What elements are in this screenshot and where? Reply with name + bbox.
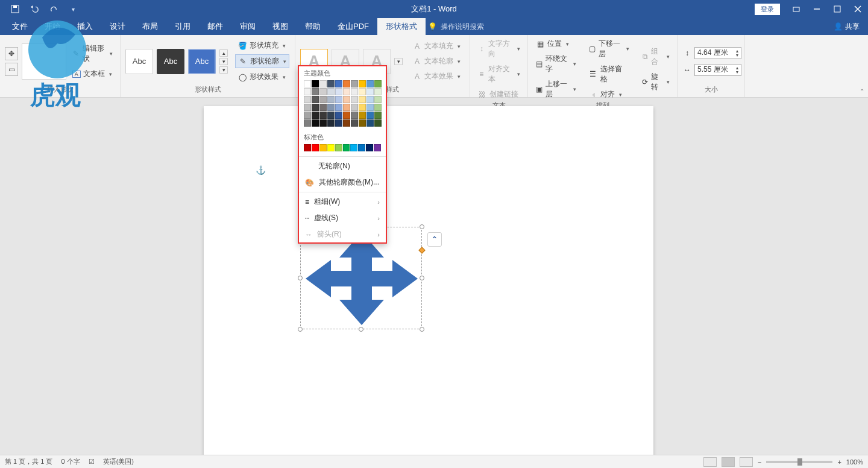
shape-effects-button[interactable]: ◯形状效果▾ bbox=[235, 71, 289, 83]
color-swatch[interactable] bbox=[366, 119, 374, 127]
zoom-level[interactable]: 100% bbox=[846, 458, 863, 466]
arrows-submenu[interactable]: ↔箭头(R) bbox=[299, 226, 386, 242]
color-swatch[interactable] bbox=[351, 119, 358, 127]
color-swatch[interactable] bbox=[304, 144, 311, 151]
login-button[interactable]: 登录 bbox=[755, 4, 780, 15]
edit-shape-button[interactable]: ✎编辑形状▾ bbox=[70, 42, 115, 65]
style-preset-2[interactable]: Abc bbox=[157, 49, 184, 74]
share-button[interactable]: 👤 共享 bbox=[834, 18, 860, 35]
color-swatch[interactable] bbox=[343, 88, 350, 95]
style-scroll-down[interactable]: ▾ bbox=[219, 58, 228, 65]
color-swatch[interactable] bbox=[319, 119, 327, 127]
undo-icon[interactable] bbox=[30, 5, 39, 13]
color-swatch[interactable] bbox=[335, 88, 342, 95]
color-swatch[interactable] bbox=[358, 144, 365, 151]
color-swatch[interactable] bbox=[327, 96, 335, 103]
color-swatch[interactable] bbox=[304, 104, 311, 111]
textbox-button[interactable]: A文本框▾ bbox=[70, 68, 115, 80]
color-swatch[interactable] bbox=[351, 96, 358, 103]
color-swatch[interactable] bbox=[359, 96, 366, 103]
tab-design[interactable]: 设计 bbox=[101, 18, 134, 35]
shape-fill-button[interactable]: 🪣形状填充▾ bbox=[235, 39, 289, 52]
tab-home[interactable]: 开始 bbox=[36, 18, 69, 35]
spellcheck-icon[interactable]: ☑ bbox=[89, 458, 95, 466]
save-icon[interactable] bbox=[11, 5, 19, 13]
color-swatch[interactable] bbox=[351, 104, 358, 111]
shapes-gallery[interactable] bbox=[22, 43, 66, 80]
color-swatch[interactable] bbox=[327, 144, 335, 151]
color-swatch[interactable] bbox=[374, 144, 381, 151]
tab-help[interactable]: 帮助 bbox=[297, 18, 329, 35]
shape-outline-button[interactable]: ✎形状轮廓▾ bbox=[235, 54, 289, 68]
color-swatch[interactable] bbox=[366, 112, 374, 119]
ribbon-options-icon[interactable] bbox=[786, 0, 807, 18]
color-swatch[interactable] bbox=[374, 96, 382, 103]
color-swatch[interactable] bbox=[366, 144, 373, 151]
color-swatch[interactable] bbox=[335, 119, 342, 127]
color-swatch[interactable] bbox=[374, 80, 382, 87]
standard-color-row[interactable] bbox=[299, 143, 386, 155]
color-swatch[interactable] bbox=[327, 88, 335, 95]
color-swatch[interactable] bbox=[350, 144, 357, 151]
qat-more-icon[interactable]: ▾ bbox=[69, 5, 77, 13]
color-swatch[interactable] bbox=[327, 112, 335, 119]
close-icon[interactable] bbox=[848, 0, 868, 18]
tab-insert[interactable]: 插入 bbox=[69, 18, 101, 35]
group-objects-button[interactable]: ⧉组合▾ bbox=[639, 45, 672, 68]
color-swatch[interactable] bbox=[312, 96, 319, 103]
tab-view[interactable]: 视图 bbox=[264, 18, 297, 35]
color-swatch[interactable] bbox=[366, 96, 374, 103]
color-swatch[interactable] bbox=[319, 144, 327, 151]
tab-review[interactable]: 审阅 bbox=[231, 18, 264, 35]
text-effects-button[interactable]: A文本效果▾ bbox=[410, 70, 463, 83]
view-read-mode[interactable] bbox=[703, 457, 717, 467]
text-fill-button[interactable]: A文本填充▾ bbox=[410, 40, 463, 52]
text-outline-button[interactable]: A文本轮廓▾ bbox=[410, 55, 463, 68]
tab-jspdf[interactable]: 金山PDF bbox=[329, 18, 377, 35]
color-swatch[interactable] bbox=[374, 104, 382, 111]
color-swatch[interactable] bbox=[351, 80, 358, 87]
wrap-text-button[interactable]: ▤环绕文字▾ bbox=[533, 52, 579, 75]
tab-shape-format[interactable]: 形状格式 bbox=[377, 18, 426, 35]
color-swatch[interactable] bbox=[335, 96, 342, 103]
color-swatch[interactable] bbox=[312, 144, 319, 151]
zoom-in-button[interactable]: + bbox=[837, 458, 841, 466]
weight-submenu[interactable]: ≡粗细(W) bbox=[299, 194, 386, 210]
shapes-gallery-icon[interactable]: ▭ bbox=[5, 63, 18, 76]
selection-pane-button[interactable]: ☰选择窗格 bbox=[586, 63, 632, 86]
color-swatch[interactable] bbox=[312, 80, 319, 87]
color-swatch[interactable] bbox=[359, 119, 366, 127]
tab-mailings[interactable]: 邮件 bbox=[199, 18, 231, 35]
width-field[interactable]: ↔ 5.55 厘米▴▾ bbox=[682, 64, 741, 76]
color-swatch[interactable] bbox=[374, 119, 382, 127]
tell-me[interactable]: 💡 操作说明搜索 bbox=[428, 18, 484, 35]
style-preset-1[interactable]: Abc bbox=[125, 49, 153, 74]
collapse-ribbon-icon[interactable]: ⌃ bbox=[860, 88, 864, 95]
color-swatch[interactable] bbox=[335, 104, 342, 111]
language-indicator[interactable]: 英语(美国) bbox=[103, 457, 134, 466]
color-swatch[interactable] bbox=[374, 88, 382, 95]
layout-options-button[interactable]: ⌃ bbox=[427, 232, 442, 247]
color-swatch[interactable] bbox=[319, 104, 327, 111]
height-field[interactable]: ↕ 4.64 厘米▴▾ bbox=[682, 47, 741, 59]
color-swatch[interactable] bbox=[374, 112, 382, 119]
color-swatch[interactable] bbox=[359, 112, 366, 119]
style-scroll-up[interactable]: ▴ bbox=[219, 49, 228, 57]
color-swatch[interactable] bbox=[319, 96, 327, 103]
page-indicator[interactable]: 第 1 页，共 1 页 bbox=[5, 457, 52, 466]
send-backward-button[interactable]: ▢下移一层▾ bbox=[586, 37, 632, 60]
view-print-layout[interactable] bbox=[722, 457, 735, 467]
color-swatch[interactable] bbox=[366, 88, 374, 95]
color-swatch[interactable] bbox=[335, 80, 342, 87]
color-swatch[interactable] bbox=[359, 88, 366, 95]
tab-references[interactable]: 引用 bbox=[166, 18, 199, 35]
color-swatch[interactable] bbox=[319, 112, 327, 119]
move-icon[interactable]: ✥ bbox=[5, 47, 18, 60]
redo-icon[interactable] bbox=[49, 5, 58, 13]
color-swatch[interactable] bbox=[327, 119, 335, 127]
color-swatch[interactable] bbox=[343, 144, 350, 151]
style-preset-3[interactable]: Abc bbox=[188, 49, 216, 74]
minimize-icon[interactable] bbox=[807, 0, 827, 18]
color-swatch[interactable] bbox=[327, 80, 335, 87]
color-swatch[interactable] bbox=[351, 88, 358, 95]
